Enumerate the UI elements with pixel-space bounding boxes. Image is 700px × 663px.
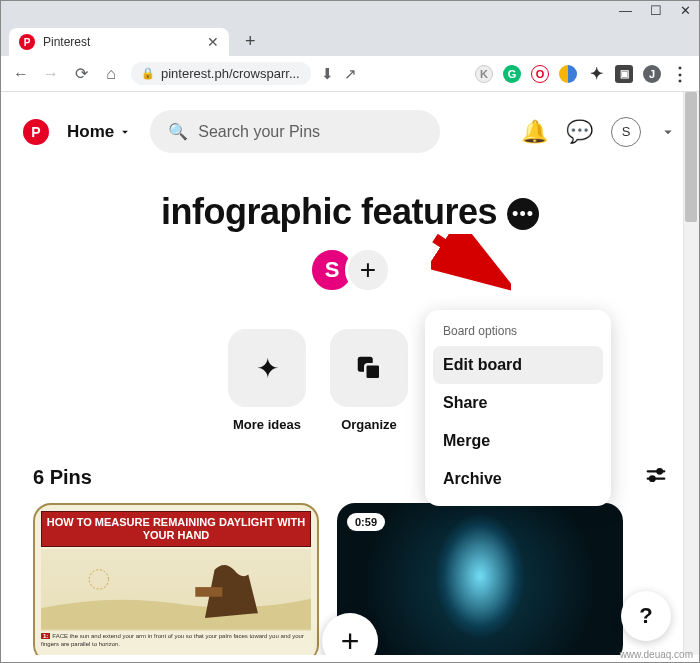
pinterest-favicon: P	[19, 34, 35, 50]
popover-share[interactable]: Share	[433, 384, 603, 422]
watermark: www.deuaq.com	[620, 649, 693, 660]
video-duration-badge: 0:59	[347, 513, 385, 531]
svg-point-8	[89, 570, 108, 589]
new-tab-button[interactable]: +	[237, 27, 264, 56]
address-bar[interactable]: 🔒 pinterest.ph/crowsparr...	[131, 62, 311, 85]
board-options-popover: Board options Edit board Share Merge Arc…	[425, 310, 611, 506]
window-maximize[interactable]: ☐	[650, 3, 662, 18]
install-app-icon[interactable]: ⬇	[321, 65, 334, 83]
more-ideas-label: More ideas	[233, 417, 301, 432]
extension-square-icon[interactable]: ▣	[615, 65, 633, 83]
pin-card[interactable]: 0:59	[337, 503, 623, 655]
chrome-profile-avatar[interactable]: J	[643, 65, 661, 83]
pinterest-logo[interactable]: P	[23, 119, 49, 145]
messages-icon[interactable]: 💬	[566, 119, 593, 145]
svg-rect-9	[195, 587, 222, 597]
organize-icon	[354, 353, 384, 383]
svg-point-7	[650, 476, 655, 481]
pin-artwork	[420, 506, 540, 646]
browser-toolbar: ← → ⟳ ⌂ 🔒 pinterest.ph/crowsparr... ⬇ ↗ …	[1, 56, 699, 92]
back-icon[interactable]: ←	[11, 65, 31, 83]
search-placeholder: Search your Pins	[198, 123, 320, 141]
tab-close-icon[interactable]: ✕	[207, 34, 219, 50]
share-icon[interactable]: ↗	[344, 65, 357, 83]
search-input[interactable]: 🔍 Search your Pins	[150, 110, 440, 153]
home-label: Home	[67, 122, 114, 142]
svg-point-5	[657, 469, 662, 474]
pin-illustration	[41, 549, 311, 631]
lock-icon: 🔒	[141, 67, 155, 80]
pin-card[interactable]: HOW TO MEASURE REMAINING DAYLIGHT WITH Y…	[33, 503, 319, 655]
extension-opera-icon[interactable]: O	[531, 65, 549, 83]
browser-tab[interactable]: P Pinterest ✕	[9, 28, 229, 56]
pin-image-title: HOW TO MEASURE REMAINING DAYLIGHT WITH Y…	[41, 511, 311, 547]
account-chevron-icon[interactable]	[659, 123, 677, 141]
home-icon[interactable]: ⌂	[101, 65, 121, 83]
popover-heading: Board options	[433, 320, 603, 346]
filter-icon[interactable]	[645, 464, 667, 491]
popover-archive[interactable]: Archive	[433, 460, 603, 498]
more-ideas-button[interactable]: ✦	[228, 329, 306, 407]
extension-k-icon[interactable]: K	[475, 65, 493, 83]
reload-icon[interactable]: ⟳	[71, 64, 91, 83]
forward-icon: →	[41, 65, 61, 83]
pins-count: 6 Pins	[33, 466, 92, 489]
add-collaborator-button[interactable]: +	[345, 247, 391, 293]
extension-grammarly-icon[interactable]: G	[503, 65, 521, 83]
tab-title: Pinterest	[43, 35, 199, 49]
url-text: pinterest.ph/crowsparr...	[161, 66, 300, 81]
home-button[interactable]: Home	[67, 122, 132, 142]
chevron-down-icon	[118, 125, 132, 139]
popover-merge[interactable]: Merge	[433, 422, 603, 460]
window-minimize[interactable]: —	[619, 3, 632, 18]
profile-avatar[interactable]: S	[611, 117, 641, 147]
organize-button[interactable]	[330, 329, 408, 407]
chrome-menu-icon[interactable]: ⋮	[671, 65, 689, 83]
search-icon: 🔍	[168, 122, 188, 141]
organize-label: Organize	[341, 417, 397, 432]
svg-rect-2	[365, 364, 380, 379]
pin-caption: 1:FACE the sun and extend your arm in fr…	[41, 633, 311, 647]
extension-similarweb-icon[interactable]	[559, 65, 577, 83]
popover-edit-board[interactable]: Edit board	[433, 346, 603, 384]
help-button[interactable]: ?	[621, 591, 671, 641]
board-options-button[interactable]: •••	[507, 198, 539, 230]
extensions-menu-icon[interactable]: ✦	[587, 65, 605, 83]
window-close[interactable]: ✕	[680, 3, 691, 18]
notifications-icon[interactable]: 🔔	[521, 119, 548, 145]
board-title: infographic features	[161, 191, 497, 233]
